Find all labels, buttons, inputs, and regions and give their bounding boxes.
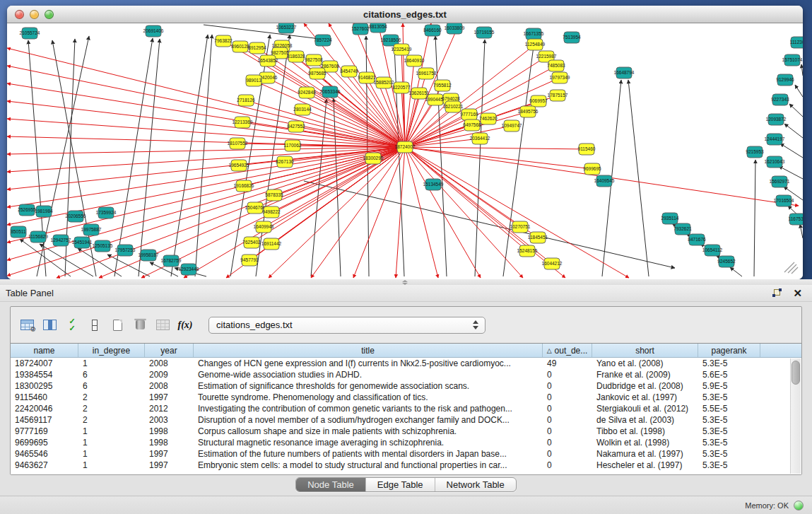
graph-node[interactable]: 1981984 [35, 206, 53, 217]
graph-node[interactable]: 7857224 [314, 35, 332, 46]
graph-node[interactable]: 19975887 [81, 224, 102, 235]
table-cell[interactable]: 9699695 [11, 437, 78, 448]
table-cell[interactable]: 5.3E-5 [698, 448, 760, 460]
table-cell[interactable]: 0 [543, 460, 592, 471]
function-builder-icon[interactable]: f(x) [176, 316, 194, 334]
table-cell[interactable]: 1 [78, 460, 145, 471]
graph-node[interactable]: 2935114 [661, 213, 679, 224]
graph-node[interactable]: 11254849 [525, 39, 546, 50]
graph-node[interactable]: 7955812 [433, 80, 452, 91]
graph-node[interactable]: 12093872 [766, 114, 787, 125]
graph-node[interactable]: 8471676 [688, 234, 706, 245]
new-table-icon[interactable] [108, 316, 126, 334]
graph-node[interactable]: 9777169 [460, 109, 478, 120]
graph-node[interactable]: 8220577 [392, 82, 411, 93]
graph-node[interactable]: 15248155 [517, 245, 538, 257]
table-cell[interactable]: 0 [543, 369, 592, 380]
network-canvas[interactable]: 2105572420691406106532277857224152760288… [7, 23, 803, 279]
column-header-short[interactable]: short [592, 344, 698, 357]
graph-node[interactable]: 12213369 [233, 117, 253, 128]
graph-node[interactable]: 12325419 [392, 44, 412, 55]
graph-node[interactable]: 19166826 [234, 180, 254, 192]
close-window-icon[interactable] [15, 10, 24, 19]
graph-node[interactable]: 2526955 [18, 204, 36, 216]
graph-node[interactable]: 19958187 [139, 250, 159, 261]
tab-node-table[interactable]: Node Table [296, 478, 366, 491]
graph-node[interactable]: 20653346 [320, 86, 341, 98]
graph-node[interactable]: 2718126 [237, 95, 255, 106]
table-cell[interactable]: 2003 [145, 414, 194, 426]
table-cell[interactable]: 1 [78, 426, 145, 437]
graph-node[interactable]: 2803144 [293, 104, 312, 115]
close-panel-icon[interactable]: ✕ [793, 288, 802, 298]
graph-node[interactable]: 1167533 [789, 214, 803, 225]
canvas-resize-grip-icon[interactable] [784, 262, 798, 274]
graph-node[interactable]: 7462620 [479, 113, 498, 124]
graph-node[interactable]: 11156829 [28, 231, 48, 243]
graph-node[interactable]: 12942757 [51, 235, 71, 246]
table-cell[interactable]: 5.9E-5 [698, 380, 760, 392]
graph-node[interactable]: 9245652 [717, 256, 736, 267]
network-graph[interactable]: 2105572420691406106532277857224152760288… [7, 23, 803, 279]
table-cell[interactable]: 2009 [145, 369, 194, 380]
graph-node[interactable]: 16033809 [445, 23, 465, 34]
zoom-window-icon[interactable] [45, 10, 54, 19]
graph-node[interactable]: 21055724 [20, 28, 40, 39]
graph-node[interactable]: 9827508 [305, 54, 323, 66]
table-cell[interactable]: Wolkin et al. (1998) [592, 437, 698, 448]
table-cell[interactable]: 49 [543, 358, 592, 369]
table-cell[interactable]: 1 [78, 448, 145, 460]
table-cell[interactable]: 2008 [145, 358, 194, 369]
select-column-icon[interactable] [40, 316, 59, 334]
splitter-grip-icon[interactable] [401, 280, 408, 284]
table-cell[interactable]: Franke et al. (2009) [592, 369, 698, 380]
graph-node[interactable]: 20691406 [143, 25, 164, 37]
table-cell[interactable]: 5.3E-5 [698, 358, 760, 369]
table-cell[interactable]: Investigating the contribution of common… [194, 403, 543, 414]
table-settings-icon[interactable]: ⚙ [18, 316, 36, 334]
graph-node[interactable]: 20206556 [66, 211, 86, 222]
graph-node[interactable]: 6069957 [529, 95, 548, 107]
table-cell[interactable]: 18724007 [11, 358, 78, 369]
graph-node[interactable]: 8912954 [248, 42, 266, 54]
table-vertical-scrollbar[interactable] [790, 358, 801, 474]
column-header-pagerank[interactable]: pagerank [698, 344, 760, 357]
table-cell[interactable]: 9463627 [11, 460, 78, 471]
table-cell[interactable]: 22420046 [11, 403, 78, 414]
table-cell[interactable]: 18300295 [11, 380, 78, 392]
column-header-year[interactable]: year [145, 344, 194, 357]
table-cell[interactable]: 1998 [145, 426, 194, 437]
graph-node[interactable]: 7513954 [563, 32, 581, 43]
graph-node[interactable]: 10719155 [474, 27, 495, 38]
table-cell[interactable]: 2 [78, 392, 145, 403]
graph-node[interactable]: 16671355 [524, 28, 544, 40]
graph-node[interactable]: 8427552 [287, 121, 305, 132]
panel-splitter[interactable] [0, 279, 812, 285]
graph-node[interactable]: 18107552 [228, 138, 248, 149]
graph-node[interactable]: 19654925 [229, 160, 249, 171]
table-cell[interactable]: 2008 [145, 380, 194, 392]
graph-node[interactable]: 12923448 [179, 264, 199, 275]
table-cell[interactable]: 6 [78, 369, 145, 380]
graph-node[interactable]: 850511 [11, 226, 26, 238]
table-cell[interactable]: 5.3E-5 [698, 392, 760, 403]
table-cell[interactable]: Disruption of a novel member of a sodium… [194, 414, 543, 426]
table-cell[interactable]: Estimation of the future numbers of pati… [194, 448, 543, 460]
graph-node[interactable]: 17875157 [548, 90, 568, 101]
graph-node[interactable]: 8267130 [276, 156, 294, 168]
table-cell[interactable]: 1997 [145, 460, 194, 471]
table-cell[interactable]: 5.6E-5 [698, 369, 760, 380]
table-cell[interactable]: 1997 [145, 448, 194, 460]
graph-node[interactable]: 8813054 [369, 23, 387, 33]
table-cell[interactable]: 5.3E-5 [698, 437, 760, 448]
window-titlebar[interactable]: citations_edges.txt [7, 6, 803, 23]
graph-node[interactable]: 17359924 [96, 207, 117, 218]
table-cell[interactable]: 5.3E-5 [698, 414, 760, 426]
graph-node[interactable]: 16911442 [261, 238, 282, 250]
graph-node[interactable]: 12444197 [765, 134, 785, 145]
column-header-in-degree[interactable]: in_degree [78, 344, 145, 357]
tab-network-table[interactable]: Network Table [435, 478, 516, 491]
table-cell[interactable]: Changes of HCN gene expression and I(f) … [194, 358, 543, 369]
graph-node[interactable]: 18495756 [518, 106, 539, 117]
graph-node[interactable]: 8466160 [423, 25, 442, 36]
